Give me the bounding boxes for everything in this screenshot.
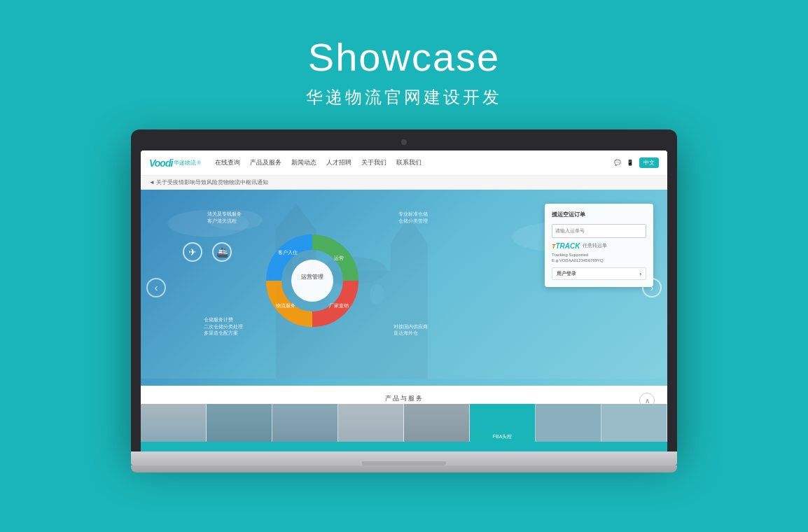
tracking-panel: 揽运空运订单 TTRACK 任意转运单 Tracking Supported E… <box>545 204 653 287</box>
laptop-camera <box>401 139 407 145</box>
nav-items: 在线查询 产品及服务 新闻动态 人才招聘 关于我们 联系我们 <box>215 158 614 167</box>
nav-icon-phone[interactable]: 📱 <box>627 160 634 166</box>
user-login-button[interactable]: 用户登录 › <box>552 267 646 280</box>
fba-label: FBA头程 <box>470 432 535 442</box>
products-title: 产品与服务 <box>385 394 424 403</box>
svg-text:厂家直销: 厂家直销 <box>329 303 349 309</box>
hero-icons: ✈ 🚢 <box>183 242 232 262</box>
thumb-2 <box>207 404 272 442</box>
nav-item-2[interactable]: 产品及服务 <box>250 158 281 167</box>
website-nav: Voodi 华递物流 ® 在线查询 产品及服务 新闻动态 人才招聘 关于我们 联… <box>141 150 667 176</box>
icon-ship[interactable]: 🚢 <box>212 242 232 262</box>
icon-plane[interactable]: ✈ <box>183 242 202 262</box>
nav-icon-chat[interactable]: 💬 <box>614 160 621 166</box>
nav-item-6[interactable]: 联系我们 <box>396 158 422 167</box>
nav-item-1[interactable]: 在线查询 <box>215 158 240 167</box>
products-section: ∧ 产品与服务 ∨ ◄ 华递物流2018年1月1日起陆续新增业务通知 <box>141 386 667 442</box>
thumb-1 <box>141 404 207 442</box>
track-brand: TTRACK 任意转运单 <box>552 242 646 250</box>
nav-item-4[interactable]: 人才招聘 <box>326 158 351 167</box>
hero-arrow-left[interactable]: ‹ <box>146 278 166 298</box>
svg-text:运营: 运营 <box>334 255 344 260</box>
nav-item-3[interactable]: 新闻动态 <box>291 158 316 167</box>
thumb-6: FBA头程 <box>470 404 536 442</box>
laptop-mockup: Voodi 华递物流 ® 在线查询 产品及服务 新闻动态 人才招聘 关于我们 联… <box>131 130 677 472</box>
svg-text:运营管理: 运营管理 <box>301 274 323 280</box>
laptop-base <box>131 451 677 465</box>
hero-arrow-right[interactable]: › <box>642 278 662 298</box>
thumb-7 <box>536 404 601 442</box>
flow-diagram-svg: 运营管理 客户入住 运营 厂家直销 物流服务 <box>249 218 375 344</box>
svg-point-15 <box>291 260 333 302</box>
thumb-5 <box>404 404 470 442</box>
thumb-3 <box>272 404 338 442</box>
thumb-4 <box>338 404 404 442</box>
nav-right: 💬 📱 中文 <box>614 158 659 168</box>
tracking-title: 揽运空运订单 <box>552 211 646 218</box>
logo-voodi: Voodi <box>149 158 172 169</box>
tracking-info: Tracking Supported E.g:VODAA0123456789YQ <box>552 252 646 264</box>
page-title: Showcase <box>306 34 502 80</box>
logo-reg: ® <box>197 160 200 165</box>
svg-rect-5 <box>391 244 428 379</box>
circle-diagram: 运营管理 客户入住 运营 厂家直销 物流服务 清关及专线服务客户清关流程 <box>249 218 375 344</box>
page-subtitle: 华递物流官网建设开发 <box>306 86 502 108</box>
thumb-row: FBA头程 <box>141 404 667 442</box>
notice-text: ◄ 关于受疫情影响导致风险货物物流中枢讯通知 <box>149 178 268 186</box>
laptop-stand <box>131 465 677 472</box>
svg-text:客户入住: 客户入住 <box>278 250 298 255</box>
header-section: Showcase 华递物流官网建设开发 <box>306 0 502 122</box>
svg-text:物流服务: 物流服务 <box>276 303 295 308</box>
laptop-screen: Voodi 华递物流 ® 在线查询 产品及服务 新闻动态 人才招聘 关于我们 联… <box>141 150 667 451</box>
diagram-label-tr: 专业标准仓储仓储分类管理 <box>398 211 428 225</box>
laptop-body: Voodi 华递物流 ® 在线查询 产品及服务 新闻动态 人才招聘 关于我们 联… <box>131 130 677 451</box>
website-logo: Voodi 华递物流 ® <box>149 158 201 169</box>
tracking-input[interactable] <box>552 224 646 238</box>
logo-chinese: 华递物流 <box>174 159 196 167</box>
notice-bar: ◄ 关于受疫情影响导致风险货物物流中枢讯通知 <box>141 176 667 190</box>
diagram-label-br: 对接国内供应商直达海外仓 <box>393 323 428 337</box>
track-suffix: 任意转运单 <box>583 243 607 249</box>
hero-area: ‹ ✈ 🚢 <box>141 190 667 386</box>
lang-button[interactable]: 中文 <box>639 158 659 168</box>
track-logo: TTRACK <box>552 242 580 250</box>
thumb-8 <box>601 404 667 442</box>
diagram-label-bl: 仓储服务计费二次仓储分类处理多渠道仓配方案 <box>204 316 243 337</box>
nav-item-5[interactable]: 关于我们 <box>361 158 386 167</box>
diagram-label-tl: 清关及专线服务客户清关流程 <box>207 211 242 225</box>
